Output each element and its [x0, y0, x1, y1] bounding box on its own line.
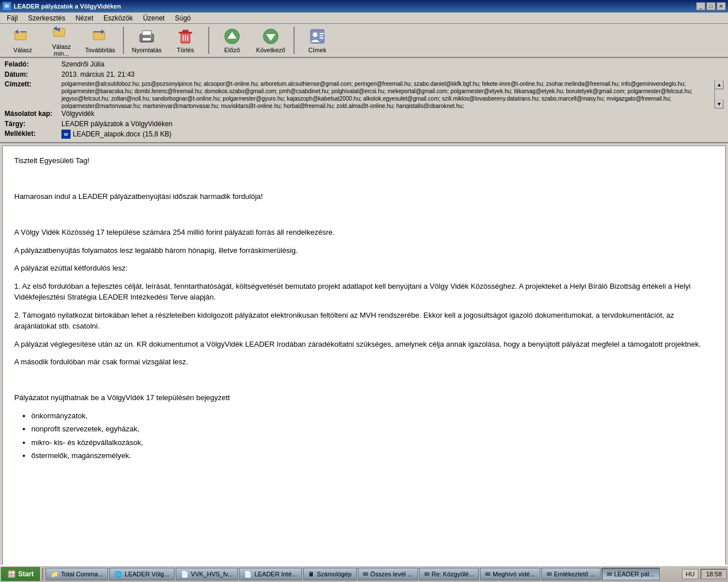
list-item-3: mikro- kis- és középvállalkozások,: [31, 437, 714, 448]
taskbar-leader-volgy-icon: 🌐: [114, 571, 122, 578]
email-header: Feladó: Szendrői Júlia Dátum: 2013. márc…: [0, 58, 728, 143]
subject-value: LEADER pályázatok a VölgyVidéken: [61, 120, 723, 129]
taskbar-kozgyules-icon: ✉: [424, 571, 429, 578]
start-icon: 🪟: [7, 570, 16, 578]
start-button[interactable]: 🪟 Start: [1, 567, 40, 581]
taskbar-right: HU 18:58: [682, 569, 727, 579]
reply-label: Válasz: [13, 47, 32, 53]
taskbar-total-commander-icon: 📁: [51, 571, 59, 578]
start-label: Start: [18, 570, 34, 578]
attachment-size: (15,8 KB): [143, 130, 172, 138]
greeting: Tisztelt Egyesületi Tag!: [14, 155, 714, 167]
contacts-icon: [308, 27, 326, 45]
attachment-row: Melléklet: W LEADER_alapok.docx (15,8 KB…: [5, 130, 723, 139]
contacts-label: Címek: [308, 47, 326, 53]
svg-rect-11: [142, 38, 151, 41]
taskbar-szamologep-icon: 🖩: [308, 571, 315, 577]
svg-rect-25: [320, 33, 324, 34]
forward-label: Továbbítás: [85, 47, 115, 53]
cc-value: Völgyvidék: [61, 110, 723, 119]
menu-view[interactable]: Nézet: [71, 13, 98, 23]
print-label: Nyomtatás: [132, 47, 162, 53]
reply-all-label: Válasz min...: [44, 43, 79, 57]
reply-button[interactable]: Válasz: [5, 26, 41, 55]
taskbar-leader-pal-icon: ✉: [607, 571, 612, 578]
body-item2: 2. Támogató nyilatkozat birtokában lehet…: [14, 310, 714, 332]
to-value: polgarmester@alcsutdoboz.hu; pzs@pozsony…: [61, 80, 723, 109]
body-item1: 1. Az első fordulóban a fejlesztés céljá…: [14, 281, 714, 303]
close-button[interactable]: ✕: [717, 2, 726, 10]
taskbar-vvk-hvs-icon: 📄: [181, 571, 189, 578]
taskbar-meghivo-icon: ✉: [485, 571, 490, 578]
print-icon: [138, 27, 156, 45]
body-para7: Pályázatot nyújthatnak be a VölgyVidék 1…: [14, 392, 714, 404]
language-selector[interactable]: HU: [682, 569, 699, 579]
menu-help[interactable]: Súgó: [170, 13, 195, 23]
next-button[interactable]: Következő: [253, 26, 289, 55]
lang-label: HU: [686, 571, 695, 577]
taskbar-leader-inte[interactable]: 📄 LEADER Inté...: [239, 568, 302, 580]
to-row: Címzett: polgarmester@alcsutdoboz.hu; pz…: [5, 80, 723, 109]
minimize-button[interactable]: _: [696, 2, 705, 10]
svg-rect-15: [183, 30, 188, 32]
body-para5: A pályázat véglegesítése után az ún. KR …: [14, 339, 714, 350]
body-para6: A második fordulóban már csak formai viz…: [14, 356, 714, 368]
svg-rect-26: [320, 35, 323, 36]
system-clock: 18:58: [701, 569, 727, 579]
body-para3: A pályázatbenyújtás folyamatos lesz lega…: [14, 245, 714, 256]
forward-button[interactable]: Továbbítás: [82, 26, 118, 55]
body-list: önkormányzatok, nonprofit szervezetek, e…: [31, 410, 714, 462]
taskbar-leader-volgy[interactable]: 🌐 LEADER Völg...: [109, 568, 174, 580]
menu-tools[interactable]: Eszközök: [99, 13, 137, 23]
next-icon: [262, 27, 280, 45]
svg-point-24: [313, 32, 317, 37]
list-item-4: őstermelők, magánszemélyek.: [31, 450, 714, 462]
to-scroll-up[interactable]: ▲: [715, 80, 723, 89]
maximize-button[interactable]: □: [706, 2, 715, 10]
menu-bar: Fájl Szerkesztés Nézet Eszközök Üzenet S…: [0, 13, 728, 24]
svg-rect-27: [320, 38, 324, 39]
from-value: Szendrői Júlia: [61, 60, 723, 69]
toolbar-sep-1: [123, 27, 124, 54]
app-icon: ✉: [2, 2, 11, 11]
taskbar-emlekeztet[interactable]: ✉ Emlékeztető ...: [541, 568, 601, 580]
reply-all-icon: [52, 24, 71, 42]
menu-message[interactable]: Üzenet: [138, 13, 169, 23]
contacts-button[interactable]: Címek: [299, 26, 336, 55]
window-title: LEADER pályázatok a VölgyVidéken: [14, 3, 121, 10]
taskbar-kozgyules[interactable]: ✉ Re: Közgyűlé...: [419, 568, 479, 580]
date-label: Dátum:: [5, 70, 61, 78]
toolbar-sep-2: [208, 27, 209, 54]
window-controls[interactable]: _ □ ✕: [696, 2, 726, 10]
attachment-file[interactable]: W LEADER_alapok.docx (15,8 KB): [61, 130, 171, 139]
delete-button[interactable]: Törlés: [167, 26, 204, 55]
svg-point-12: [150, 35, 152, 38]
taskbar-meghivo[interactable]: ✉ Meghívó vidé...: [480, 568, 540, 580]
taskbar-osszes-lev[interactable]: ✉ Összes levél ...: [358, 568, 418, 580]
delete-label: Törlés: [177, 47, 195, 53]
date-value: 2013. március 21. 21:43: [61, 70, 723, 80]
taskbar-leader-pal[interactable]: ✉ LEADER pál...: [602, 568, 660, 580]
reply-all-button[interactable]: Válasz min...: [43, 26, 80, 55]
taskbar-szamologep[interactable]: 🖩 Számológép: [303, 568, 357, 580]
to-label: Címzett:: [5, 80, 61, 88]
to-scroll-down[interactable]: ▼: [715, 99, 723, 109]
attachment-filename: LEADER_alapok.docx: [73, 130, 140, 138]
menu-file[interactable]: Fájl: [2, 13, 22, 23]
svg-rect-0: [15, 32, 26, 40]
print-button[interactable]: Nyomtatás: [129, 26, 165, 55]
list-item-1: önkormányzatok,: [31, 410, 714, 422]
toolbar-sep-3: [293, 27, 295, 54]
attachment-label: Melléklet:: [5, 130, 61, 138]
body-para1: Hamarosan indul a LEADER pályázatbenyújt…: [14, 191, 714, 202]
taskbar-vvk-hvs[interactable]: 📄 VVK_HVS_fv...: [176, 568, 238, 580]
menu-edit[interactable]: Szerkesztés: [23, 13, 69, 23]
taskbar-total-commander[interactable]: 📁 Total Comma...: [46, 568, 108, 580]
prev-button[interactable]: Előző: [214, 26, 250, 55]
taskbar-leader-inte-icon: 📄: [244, 571, 252, 578]
from-row: Feladó: Szendrői Júlia: [5, 60, 723, 69]
body-para4: A pályázat ezúttal kétfordulós lesz:: [14, 263, 714, 274]
date-row: Dátum: 2013. március 21. 21:43: [5, 70, 723, 80]
cc-label: Másolatot kap:: [5, 110, 61, 118]
email-body-wrapper: Tisztelt Egyesületi Tag! Hamarosan indul…: [2, 146, 726, 580]
